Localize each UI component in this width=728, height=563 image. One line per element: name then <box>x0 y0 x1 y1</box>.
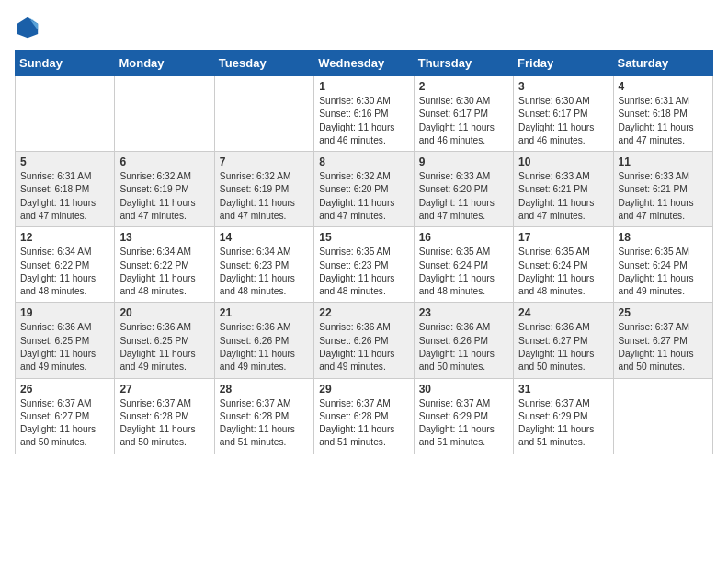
day-info: Sunrise: 6:37 AM Sunset: 6:28 PM Dayligh… <box>319 397 408 450</box>
calendar-cell: 28Sunrise: 6:37 AM Sunset: 6:28 PM Dayli… <box>214 378 313 454</box>
day-number: 1 <box>319 80 408 93</box>
day-number: 7 <box>220 155 309 168</box>
day-info: Sunrise: 6:37 AM Sunset: 6:29 PM Dayligh… <box>518 397 608 450</box>
calendar-cell: 1Sunrise: 6:30 AM Sunset: 6:16 PM Daylig… <box>314 76 414 152</box>
calendar-cell <box>16 76 115 152</box>
day-header-sunday: Sunday <box>16 51 115 76</box>
day-number: 8 <box>319 155 408 168</box>
day-header-monday: Monday <box>115 51 214 76</box>
day-number: 13 <box>119 231 209 244</box>
calendar-cell: 8Sunrise: 6:32 AM Sunset: 6:20 PM Daylig… <box>314 152 414 227</box>
day-info: Sunrise: 6:31 AM Sunset: 6:18 PM Dayligh… <box>619 95 708 147</box>
day-header-saturday: Saturday <box>613 51 712 76</box>
calendar-table: SundayMondayTuesdayWednesdayThursdayFrid… <box>15 50 713 454</box>
day-number: 23 <box>419 306 508 319</box>
calendar-cell: 15Sunrise: 6:35 AM Sunset: 6:23 PM Dayli… <box>314 227 414 303</box>
day-info: Sunrise: 6:36 AM Sunset: 6:25 PM Dayligh… <box>119 321 209 373</box>
calendar-cell: 29Sunrise: 6:37 AM Sunset: 6:28 PM Dayli… <box>314 378 414 454</box>
day-number: 29 <box>319 383 408 396</box>
day-info: Sunrise: 6:36 AM Sunset: 6:26 PM Dayligh… <box>220 321 309 373</box>
day-number: 22 <box>319 306 408 319</box>
calendar-cell: 6Sunrise: 6:32 AM Sunset: 6:19 PM Daylig… <box>115 152 214 227</box>
day-number: 12 <box>20 231 109 244</box>
calendar-cell: 31Sunrise: 6:37 AM Sunset: 6:29 PM Dayli… <box>514 378 613 454</box>
calendar-cell: 21Sunrise: 6:36 AM Sunset: 6:26 PM Dayli… <box>214 303 313 378</box>
calendar-cell: 14Sunrise: 6:34 AM Sunset: 6:23 PM Dayli… <box>214 227 313 303</box>
day-info: Sunrise: 6:35 AM Sunset: 6:24 PM Dayligh… <box>518 246 608 298</box>
day-number: 15 <box>319 231 408 244</box>
day-header-tuesday: Tuesday <box>214 51 313 76</box>
day-info: Sunrise: 6:33 AM Sunset: 6:21 PM Dayligh… <box>619 170 708 223</box>
calendar-cell: 5Sunrise: 6:31 AM Sunset: 6:18 PM Daylig… <box>16 152 115 227</box>
day-header-thursday: Thursday <box>414 51 513 76</box>
day-info: Sunrise: 6:35 AM Sunset: 6:24 PM Dayligh… <box>619 246 708 298</box>
day-number: 25 <box>619 306 708 319</box>
day-info: Sunrise: 6:30 AM Sunset: 6:17 PM Dayligh… <box>419 95 508 147</box>
calendar-week-2: 5Sunrise: 6:31 AM Sunset: 6:18 PM Daylig… <box>16 152 713 227</box>
day-info: Sunrise: 6:37 AM Sunset: 6:28 PM Dayligh… <box>119 397 209 450</box>
calendar-cell: 10Sunrise: 6:33 AM Sunset: 6:21 PM Dayli… <box>514 152 613 227</box>
calendar-cell: 9Sunrise: 6:33 AM Sunset: 6:20 PM Daylig… <box>414 152 513 227</box>
day-number: 26 <box>20 383 109 396</box>
calendar-cell: 18Sunrise: 6:35 AM Sunset: 6:24 PM Dayli… <box>613 227 712 303</box>
day-info: Sunrise: 6:37 AM Sunset: 6:29 PM Dayligh… <box>419 397 508 450</box>
day-number: 24 <box>518 306 608 319</box>
day-info: Sunrise: 6:31 AM Sunset: 6:18 PM Dayligh… <box>20 170 109 223</box>
day-info: Sunrise: 6:36 AM Sunset: 6:27 PM Dayligh… <box>518 321 608 373</box>
day-info: Sunrise: 6:36 AM Sunset: 6:26 PM Dayligh… <box>319 321 408 373</box>
day-number: 28 <box>220 383 309 396</box>
page-header <box>15 15 713 40</box>
day-number: 11 <box>619 155 708 168</box>
day-number: 6 <box>119 155 209 168</box>
day-header-wednesday: Wednesday <box>314 51 414 76</box>
day-info: Sunrise: 6:34 AM Sunset: 6:23 PM Dayligh… <box>220 246 309 298</box>
day-info: Sunrise: 6:32 AM Sunset: 6:20 PM Dayligh… <box>319 170 408 223</box>
calendar-cell: 4Sunrise: 6:31 AM Sunset: 6:18 PM Daylig… <box>613 76 712 152</box>
calendar-week-1: 1Sunrise: 6:30 AM Sunset: 6:16 PM Daylig… <box>16 76 713 152</box>
day-info: Sunrise: 6:33 AM Sunset: 6:20 PM Dayligh… <box>419 170 508 223</box>
calendar-cell: 12Sunrise: 6:34 AM Sunset: 6:22 PM Dayli… <box>16 227 115 303</box>
day-info: Sunrise: 6:30 AM Sunset: 6:17 PM Dayligh… <box>518 95 608 147</box>
calendar-cell: 26Sunrise: 6:37 AM Sunset: 6:27 PM Dayli… <box>16 378 115 454</box>
calendar-cell: 16Sunrise: 6:35 AM Sunset: 6:24 PM Dayli… <box>414 227 513 303</box>
day-header-friday: Friday <box>514 51 613 76</box>
day-info: Sunrise: 6:35 AM Sunset: 6:23 PM Dayligh… <box>319 246 408 298</box>
day-number: 16 <box>419 231 508 244</box>
calendar-week-4: 19Sunrise: 6:36 AM Sunset: 6:25 PM Dayli… <box>16 303 713 378</box>
calendar-cell <box>115 76 214 152</box>
calendar-cell: 27Sunrise: 6:37 AM Sunset: 6:28 PM Dayli… <box>115 378 214 454</box>
day-info: Sunrise: 6:30 AM Sunset: 6:16 PM Dayligh… <box>319 95 408 147</box>
calendar-cell <box>214 76 313 152</box>
day-number: 27 <box>119 383 209 396</box>
logo-icon <box>15 15 40 40</box>
day-info: Sunrise: 6:34 AM Sunset: 6:22 PM Dayligh… <box>119 246 209 298</box>
day-number: 14 <box>220 231 309 244</box>
svg-marker-0 <box>17 17 38 38</box>
day-number: 17 <box>518 231 608 244</box>
day-info: Sunrise: 6:36 AM Sunset: 6:25 PM Dayligh… <box>20 321 109 373</box>
calendar-cell: 7Sunrise: 6:32 AM Sunset: 6:19 PM Daylig… <box>214 152 313 227</box>
day-number: 10 <box>518 155 608 168</box>
day-number: 30 <box>419 383 508 396</box>
day-info: Sunrise: 6:32 AM Sunset: 6:19 PM Dayligh… <box>119 170 209 223</box>
day-info: Sunrise: 6:37 AM Sunset: 6:27 PM Dayligh… <box>20 397 109 450</box>
calendar-week-3: 12Sunrise: 6:34 AM Sunset: 6:22 PM Dayli… <box>16 227 713 303</box>
calendar-header-row: SundayMondayTuesdayWednesdayThursdayFrid… <box>16 51 713 76</box>
day-number: 21 <box>220 306 309 319</box>
calendar-cell: 25Sunrise: 6:37 AM Sunset: 6:27 PM Dayli… <box>613 303 712 378</box>
logo <box>15 15 44 40</box>
day-info: Sunrise: 6:36 AM Sunset: 6:26 PM Dayligh… <box>419 321 508 373</box>
day-number: 19 <box>20 306 109 319</box>
calendar-cell: 2Sunrise: 6:30 AM Sunset: 6:17 PM Daylig… <box>414 76 513 152</box>
day-number: 4 <box>619 80 708 93</box>
calendar-cell: 13Sunrise: 6:34 AM Sunset: 6:22 PM Dayli… <box>115 227 214 303</box>
calendar-cell: 24Sunrise: 6:36 AM Sunset: 6:27 PM Dayli… <box>514 303 613 378</box>
calendar-cell: 20Sunrise: 6:36 AM Sunset: 6:25 PM Dayli… <box>115 303 214 378</box>
day-number: 31 <box>518 383 608 396</box>
calendar-cell: 17Sunrise: 6:35 AM Sunset: 6:24 PM Dayli… <box>514 227 613 303</box>
day-number: 2 <box>419 80 508 93</box>
calendar-cell <box>613 378 712 454</box>
day-info: Sunrise: 6:34 AM Sunset: 6:22 PM Dayligh… <box>20 246 109 298</box>
day-info: Sunrise: 6:33 AM Sunset: 6:21 PM Dayligh… <box>518 170 608 223</box>
calendar-cell: 22Sunrise: 6:36 AM Sunset: 6:26 PM Dayli… <box>314 303 414 378</box>
